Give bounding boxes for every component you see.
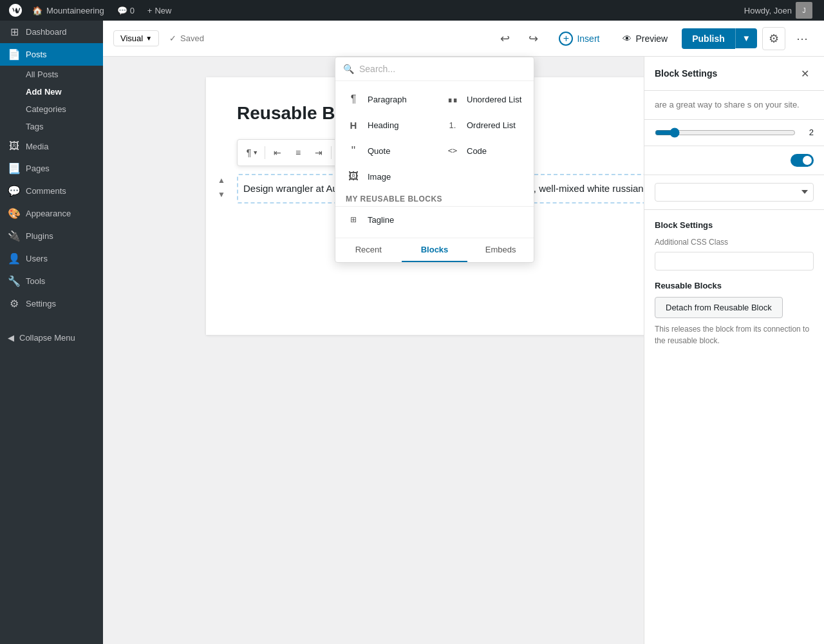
block-dropdown[interactable] [655,183,814,202]
admin-bar: 🏠 Mountaineering 💬 0 + New Howdy, Joen J [0,0,824,21]
insert-dropdown: 🔍 ¶ Paragraph ∎∎ Unordered List H Headin… [335,57,534,263]
sidebar-item-pages[interactable]: 📃 Pages [0,157,103,180]
settings-gear-button[interactable]: ⚙ [762,27,785,50]
eye-icon: 👁 [623,33,632,44]
publish-label: Publish [692,33,725,44]
admin-bar-new[interactable]: + New [141,0,178,21]
admin-bar-comments[interactable]: 💬 0 [111,0,141,21]
paragraph-style-button[interactable]: ¶ ▼ [243,144,262,162]
sidebar-subitem-tags[interactable]: Tags [0,118,103,135]
dropdown-arrow: ▼ [252,149,258,156]
sidebar-appearance-label: Appearance [26,209,71,218]
all-posts-label: All Posts [26,70,59,79]
insert-item-paragraph[interactable]: ¶ Paragraph [335,86,435,112]
block-settings-header: Block Settings ✕ [644,57,824,91]
align-right-button[interactable]: ⇥ [309,144,328,162]
toolbar-separator [265,146,265,159]
image-block-label: Image [368,172,391,182]
wp-logo[interactable] [5,0,26,21]
block-settings-dropdown-section [644,175,824,210]
range-row: 2 [655,128,814,138]
heading-block-icon: H [346,117,361,133]
sidebar-settings-label: Settings [26,299,56,308]
tab-recent[interactable]: Recent [335,238,402,262]
align-center-button[interactable]: ≡ [288,144,308,162]
toolbar-separator-2 [331,146,332,159]
tags-label: Tags [26,122,43,131]
publish-button[interactable]: Publish [682,28,735,49]
sidebar-item-users[interactable]: 👤 Users [0,247,103,270]
move-up-button[interactable]: ▲ [214,174,229,187]
preview-button[interactable]: 👁 Preview [613,30,677,48]
block-settings-close-button[interactable]: ✕ [796,64,814,82]
quote-block-label: Quote [368,146,390,156]
sidebar-item-settings[interactable]: ⚙ Settings [0,292,103,315]
insert-item-code[interactable]: <> Code [435,138,534,164]
search-input[interactable] [359,64,526,74]
block-settings-panel: Block Settings ✕ are a great way to shar… [644,57,824,644]
tab-embeds[interactable]: Embeds [467,238,534,262]
block-description-text: are a great way to share s on your site. [655,100,800,109]
ellipsis-icon: ⋯ [796,32,808,46]
admin-bar-site[interactable]: 🏠 Mountaineering [26,0,111,21]
sidebar-item-comments[interactable]: 💬 Comments [0,180,103,202]
block-settings-lower: Block Settings Additional CSS Class Reus… [644,210,824,357]
redo-button[interactable]: ↪ [521,27,545,50]
sidebar-item-dashboard[interactable]: ⊞ Dashboard [0,21,103,43]
chevron-down-icon: ▼ [145,35,152,42]
detach-button[interactable]: Detach from Reusable Block [655,297,783,318]
sidebar-item-tools[interactable]: 🔧 Tools [0,270,103,292]
undo-button[interactable]: ↩ [493,27,516,50]
css-class-input[interactable] [655,252,814,270]
collapse-menu[interactable]: ◀ Collapse Menu [0,328,103,348]
insert-item-unordered-list[interactable]: ∎∎ Unordered List [435,86,534,112]
sidebar-subitem-add-new[interactable]: Add New [0,83,103,100]
users-icon: 👤 [8,252,21,265]
move-down-button[interactable]: ▼ [214,188,229,201]
tagline-block-label: Tagline [368,215,394,225]
ordered-list-label: Ordrered List [467,120,516,130]
undo-icon: ↩ [500,32,510,46]
publish-arrow-button[interactable]: ▼ [735,28,757,48]
block-settings-description: are a great way to share s on your site. [644,91,824,120]
insert-item-heading[interactable]: H Heading [335,112,435,138]
visual-mode-button[interactable]: Visual ▼ [113,30,159,46]
tab-blocks-label: Blocks [421,245,449,254]
range-slider[interactable] [655,128,796,138]
css-class-label: Additional CSS Class [655,238,814,247]
settings-icon: ⚙ [8,298,21,310]
sidebar-subitem-all-posts[interactable]: All Posts [0,66,103,83]
plugins-icon: 🔌 [8,230,21,242]
align-left-button[interactable]: ⇤ [268,144,287,162]
detach-label: Detach from Reusable Block [666,303,772,312]
plus-circle-icon: + [559,32,573,46]
insert-item-image[interactable]: 🖼 Image [335,164,435,189]
toggle-switch[interactable] [791,154,814,167]
checkmark-icon: ✓ [169,33,176,43]
posts-icon: 📄 [8,48,21,61]
insert-button[interactable]: + Insert [550,28,608,50]
howdy-text: Howdy, Joen [744,6,792,15]
heading-block-label: Heading [368,120,398,130]
site-name: Mountaineering [46,6,104,15]
insert-item-ordered-list[interactable]: 1. Ordrered List [435,112,534,138]
sidebar-item-posts[interactable]: 📄 Posts [0,43,103,66]
tab-blocks[interactable]: Blocks [402,238,468,262]
sidebar-subitem-categories[interactable]: Categories [0,100,103,118]
sidebar-posts-label: Posts [26,50,47,59]
paragraph-icon: ¶ [247,147,252,158]
insert-item-tagline[interactable]: ⊞ Tagline [335,207,435,232]
range-value: 2 [801,128,814,137]
sidebar-item-plugins[interactable]: 🔌 Plugins [0,225,103,247]
sidebar-item-media[interactable]: 🖼 Media [0,135,103,157]
visual-label: Visual [120,33,143,43]
collapse-label: Collapse Menu [19,333,75,343]
tab-embeds-label: Embeds [485,245,516,254]
sidebar-dashboard-label: Dashboard [26,27,67,37]
more-options-button[interactable]: ⋯ [791,27,814,50]
collapse-icon: ◀ [8,333,14,343]
categories-label: Categories [26,104,66,114]
insert-item-quote[interactable]: " Quote [335,138,435,164]
sidebar-item-appearance[interactable]: 🎨 Appearance [0,202,103,225]
unordered-list-label: Unordered List [467,95,521,104]
